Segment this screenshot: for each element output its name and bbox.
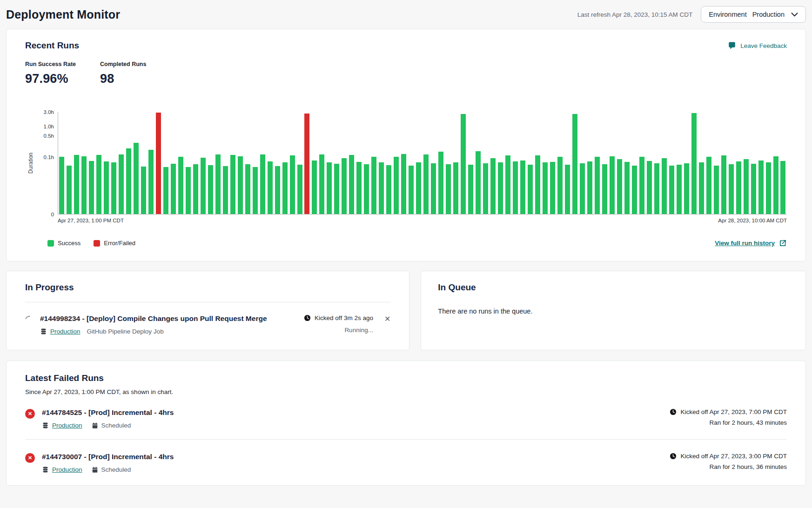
environment-dropdown[interactable]: Environment Production [701,6,806,23]
chart-bar-success[interactable] [780,161,785,214]
chart-bar-success[interactable] [223,166,228,214]
chart-bar-success[interactable] [691,113,697,214]
chart-bar-success[interactable] [409,166,414,214]
chart-bar-success[interactable] [446,164,451,214]
chart-bar-success[interactable] [111,162,116,214]
chart-bar-success[interactable] [268,161,273,214]
chart-bar-success[interactable] [349,155,354,214]
chart-bar-success[interactable] [171,164,176,214]
chart-bar-success[interactable] [654,163,659,214]
chart-bar-success[interactable] [632,166,637,214]
chart-bar-success[interactable] [163,167,168,214]
chart-bar-success[interactable] [669,166,674,214]
chart-bar-success[interactable] [744,159,749,214]
chart-bar-success[interactable] [312,160,317,214]
chart-bar-success[interactable] [327,162,332,214]
chart-bar-success[interactable] [282,162,288,214]
chart-bar-success[interactable] [260,154,265,214]
chart-bar-success[interactable] [766,162,771,214]
chart-bar-success[interactable] [81,156,87,214]
close-icon[interactable]: ✕ [384,315,390,323]
chart-bar-success[interactable] [721,155,726,214]
chart-bar-success[interactable] [617,159,622,214]
chart-bar-success[interactable] [543,162,548,214]
chart-bar-success[interactable] [178,157,183,214]
chart-bar-success[interactable] [751,164,756,214]
chart-bar-failed[interactable] [304,114,309,214]
chart-bar-success[interactable] [290,155,295,214]
chart-bar-success[interactable] [89,161,94,214]
chart-bar-success[interactable] [74,155,79,214]
chart-bar-success[interactable] [699,162,704,214]
chart-bar-success[interactable] [386,165,391,214]
chart-bar-success[interactable] [498,162,503,214]
chart-bar-success[interactable] [438,152,443,214]
chart-bar-success[interactable] [148,150,154,214]
failed-run-environment-link[interactable]: Production [52,466,82,473]
chart-bar-success[interactable] [275,166,280,214]
chart-bar-success[interactable] [67,166,72,214]
chart-bar-success[interactable] [580,163,585,214]
chart-bar-success[interactable] [528,165,533,214]
chart-bar-success[interactable] [342,158,347,214]
chart-bar-success[interactable] [505,155,510,214]
chart-bar-success[interactable] [371,157,376,214]
chart-bar-success[interactable] [483,163,488,214]
chart-bar-success[interactable] [773,156,778,214]
chart-bar-success[interactable] [520,160,525,214]
chart-bar-success[interactable] [587,161,592,214]
chart-bar-success[interactable] [119,154,124,214]
in-progress-environment-link[interactable]: Production [50,328,81,335]
chart-bar-success[interactable] [379,162,384,214]
chart-bar-failed[interactable] [156,113,161,214]
chart-bar-success[interactable] [230,155,235,214]
chart-bar-success[interactable] [610,156,615,214]
chart-bar-success[interactable] [431,163,436,214]
chart-bar-success[interactable] [461,114,466,214]
chart-bar-success[interactable] [416,162,421,214]
chart-bar-success[interactable] [141,167,146,214]
chart-bar-success[interactable] [238,156,243,214]
chart-bar-success[interactable] [490,158,496,214]
chart-bar-success[interactable] [758,160,764,214]
chart-bar-success[interactable] [736,161,741,214]
chart-bar-success[interactable] [468,165,473,214]
chart-bar-success[interactable] [245,164,250,214]
chart-bar-success[interactable] [729,164,734,214]
chart-bar-success[interactable] [319,154,324,214]
chart-bar-success[interactable] [476,151,481,214]
chart-bar-success[interactable] [297,165,302,214]
chart-bar-success[interactable] [662,158,667,214]
chart-bar-success[interactable] [565,165,570,214]
chart-bar-success[interactable] [401,154,406,214]
chart-bar-success[interactable] [572,114,577,214]
chart-bar-success[interactable] [126,148,131,214]
chart-bar-success[interactable] [624,162,630,214]
chart-bar-success[interactable] [96,155,101,214]
failed-run-environment-link[interactable]: Production [52,422,82,429]
chart-bar-success[interactable] [677,165,682,214]
chart-bar-success[interactable] [453,162,458,214]
chart-bar-success[interactable] [59,157,64,214]
chart-bar-success[interactable] [550,162,555,214]
chart-bar-success[interactable] [201,158,206,214]
chart-bar-success[interactable] [647,161,652,214]
chart-bar-success[interactable] [356,162,362,214]
view-full-run-history-link[interactable]: View full run history [715,239,787,247]
chart-bar-success[interactable] [706,157,711,214]
chart-bar-success[interactable] [394,157,399,214]
chart-bar-success[interactable] [595,157,600,214]
chart-bar-success[interactable] [535,155,540,214]
chart-bar-success[interactable] [104,161,109,214]
chart-bar-success[interactable] [513,161,518,214]
chart-bar-success[interactable] [208,165,213,214]
chart-bar-success[interactable] [186,167,191,214]
chart-bar-success[interactable] [557,157,563,214]
leave-feedback-link[interactable]: Leave Feedback [728,41,787,50]
chart-bar-success[interactable] [364,164,369,214]
chart-bar-success[interactable] [215,154,221,214]
chart-bar-success[interactable] [193,164,198,214]
chart-bar-success[interactable] [253,167,258,214]
chart-bar-success[interactable] [602,164,607,214]
chart-bar-success[interactable] [334,164,339,214]
